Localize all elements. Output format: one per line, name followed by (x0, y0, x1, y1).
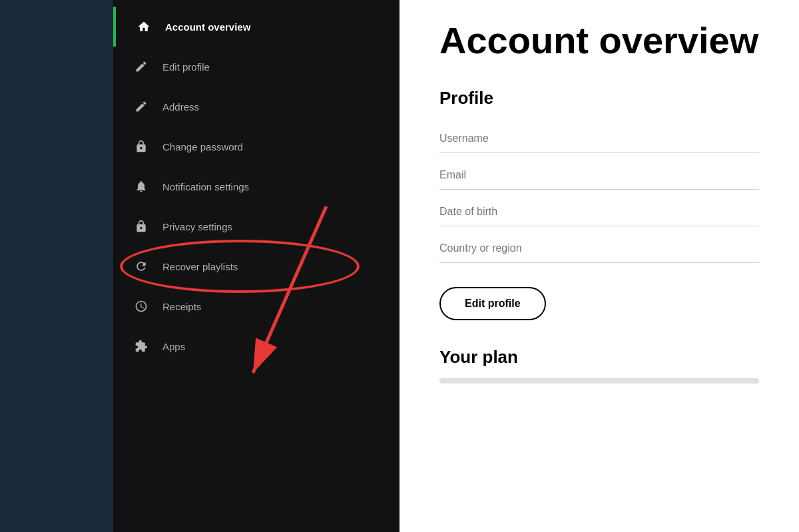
sidebar-label-notification-settings: Notification settings (162, 181, 249, 192)
lock-icon (133, 138, 149, 154)
username-field-wrapper (439, 125, 759, 156)
privacy-lock-icon (133, 218, 149, 234)
sidebar-label-change-password: Change password (162, 141, 243, 152)
sidebar-label-account-overview: Account overview (165, 21, 250, 33)
dark-sidebar-bg (0, 0, 113, 532)
refresh-icon (133, 258, 149, 274)
dob-input[interactable] (439, 198, 759, 226)
email-field-wrapper (439, 161, 759, 192)
profile-section-title: Profile (439, 88, 759, 109)
sidebar-label-edit-profile: Edit profile (162, 61, 210, 73)
country-field-wrapper (439, 234, 759, 266)
sidebar: Account overview Edit profile Address (113, 0, 400, 532)
sidebar-item-recover-playlists[interactable]: Recover playlists (113, 246, 400, 286)
dob-field-wrapper (439, 198, 759, 229)
pencil-icon (133, 59, 149, 75)
bell-icon (133, 178, 149, 194)
plan-bar (439, 378, 759, 384)
sidebar-item-receipts[interactable]: Receipts (113, 286, 400, 326)
sidebar-item-change-password[interactable]: Change password (113, 127, 400, 166)
main-content: Account overview Profile Edit profile Yo… (400, 0, 799, 532)
username-input[interactable] (439, 125, 759, 153)
sidebar-item-notification-settings[interactable]: Notification settings (113, 166, 400, 206)
home-icon (136, 19, 152, 35)
clock-icon (133, 298, 149, 314)
puzzle-icon (133, 338, 149, 354)
sidebar-item-apps[interactable]: Apps (113, 326, 400, 366)
sidebar-label-address: Address (162, 101, 199, 113)
your-plan-title: Your plan (439, 347, 759, 368)
sidebar-item-account-overview[interactable]: Account overview (113, 7, 400, 47)
recover-circle-annotation (120, 240, 360, 293)
page-title: Account overview (439, 20, 759, 61)
email-input[interactable] (439, 161, 759, 190)
sidebar-item-edit-profile[interactable]: Edit profile (113, 47, 400, 87)
sidebar-label-receipts: Receipts (162, 301, 201, 312)
sidebar-label-privacy-settings: Privacy settings (162, 221, 232, 232)
country-input[interactable] (439, 234, 759, 263)
address-pencil-icon (133, 99, 149, 115)
sidebar-item-privacy-settings[interactable]: Privacy settings (113, 206, 400, 246)
sidebar-label-apps: Apps (162, 341, 185, 352)
edit-profile-button[interactable]: Edit profile (439, 287, 546, 320)
sidebar-item-address[interactable]: Address (113, 87, 400, 127)
sidebar-label-recover-playlists: Recover playlists (162, 261, 238, 272)
